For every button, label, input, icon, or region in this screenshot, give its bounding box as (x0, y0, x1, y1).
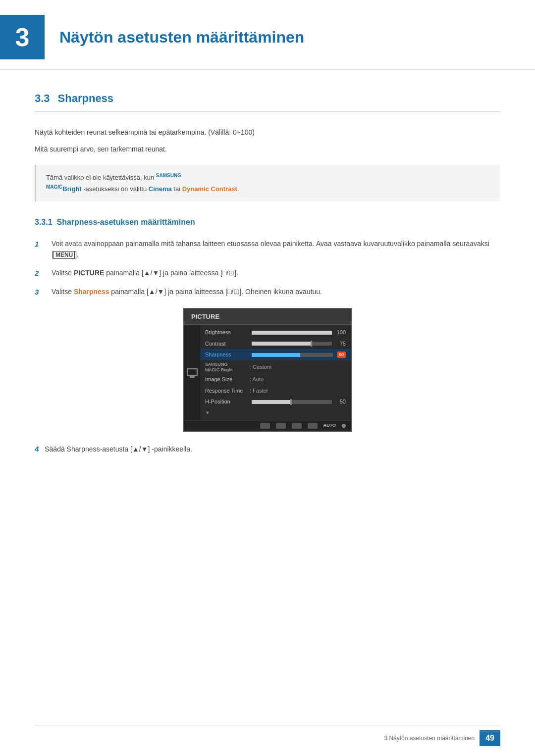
sharpness-bar (252, 353, 333, 357)
btn-right (308, 423, 318, 429)
note-connector: tai (172, 185, 182, 193)
btn-left (260, 423, 270, 429)
power-indicator (342, 424, 346, 428)
step-3-number: 3 (35, 286, 49, 298)
step-2: 2 Valitse PICTURE painamalla [▲/▼] ja pa… (35, 267, 500, 279)
footer-page-number: 49 (480, 730, 500, 746)
note-suffix: . (237, 185, 239, 193)
footer-text: 3 Näytön asetusten määrittäminen (384, 734, 475, 743)
step-1-text: Voit avata avainoppaan painamalla mitä t… (52, 238, 500, 260)
body-paragraph-1: Näytä kohteiden reunat selkeämpinä tai e… (35, 127, 500, 138)
page-footer: 3 Näytön asetusten määrittäminen 49 (35, 725, 500, 746)
menu-key-1: MENU (54, 251, 75, 259)
body-paragraph-2: Mitä suurempi arvo, sen tarkemmat reunat… (35, 144, 500, 154)
note-box: Tämä valikko ei ole käytettävissä, kun S… (35, 165, 500, 202)
menu-row-contrast: Contrast 75 (200, 338, 351, 350)
monitor-icon (187, 368, 198, 376)
main-content: 3.3 Sharpness Näytä kohteiden reunat sel… (0, 90, 535, 455)
step-3-bold: Sharpness (74, 288, 109, 296)
chapter-number-block: 3 (0, 15, 45, 59)
menu-items-area: Brightness 100 Contrast 75 (184, 325, 351, 420)
h-position-bar (252, 400, 332, 404)
menu-title-bar: PICTURE (184, 309, 351, 325)
chapter-number: 3 (15, 18, 30, 56)
btn-auto-label: AUTO (323, 422, 336, 429)
menu-screenshot: PICTURE Brightness 100 Contrast (183, 308, 352, 432)
menu-row-response-time: Response Time : Faster (200, 385, 351, 397)
dynamic-contrast-label: Dynamic Contrast (182, 185, 237, 193)
step-4: 4 Säädä Sharpness-asetusta [▲/▼] -painik… (35, 444, 500, 455)
step-3: 3 Valitse Sharpness painamalla [▲/▼] ja … (35, 286, 500, 298)
step-3-text: Valitse Sharpness painamalla [▲/▼] ja pa… (52, 286, 500, 297)
step-1: 1 Voit avata avainoppaan painamalla mitä… (35, 238, 500, 260)
section-heading: 3.3 Sharpness (35, 90, 500, 112)
step-2-text: Valitse PICTURE painamalla [▲/▼] ja pain… (52, 267, 500, 278)
cinema-label: Cinema (149, 185, 172, 193)
menu-row-image-size: Image Size : Auto (200, 374, 351, 385)
subsection-title: Sharpness-asetuksen määrittäminen (56, 218, 195, 226)
chapter-title: Näytön asetusten määrittäminen (59, 25, 304, 49)
brightness-bar (252, 331, 332, 335)
subsection-number: 3.3.1 (35, 218, 53, 226)
contrast-bar (252, 342, 332, 346)
menu-row-more: ▼ (200, 407, 351, 418)
sharpness-badge: 60 (337, 352, 346, 358)
step-2-number: 2 (35, 267, 49, 279)
menu-rows: Brightness 100 Contrast 75 (200, 325, 351, 420)
menu-row-brightness: Brightness 100 (200, 327, 351, 338)
step-2-bold: PICTURE (74, 269, 104, 277)
menu-row-samsung-magic-bright: SAMSUNGMAGIC Bright : Custom (200, 360, 351, 374)
step-4-bold: Sharpness (67, 445, 100, 453)
subsection-heading: 3.3.1 Sharpness-asetuksen määrittäminen (35, 216, 500, 228)
menu-bottom-bar: AUTO (184, 420, 351, 431)
step-1-number: 1 (35, 238, 49, 250)
menu-row-sharpness: Sharpness 60 (200, 349, 351, 360)
btn-minus (276, 423, 286, 429)
note-prefix: Tämä valikko ei ole käytettävissä, kun (46, 174, 156, 181)
chapter-header: 3 Näytön asetusten määrittäminen (0, 0, 535, 70)
menu-row-h-position: H-Position 50 (200, 396, 351, 407)
section-title: Sharpness (58, 90, 114, 106)
note-middle: -asetukseksi on valittu (82, 185, 149, 193)
step-4-number: 4 (35, 445, 39, 453)
steps-list: 1 Voit avata avainoppaan painamalla mitä… (35, 238, 500, 298)
menu-icon-col (184, 325, 200, 420)
btn-plus (292, 423, 302, 429)
section-number: 3.3 (35, 90, 50, 106)
